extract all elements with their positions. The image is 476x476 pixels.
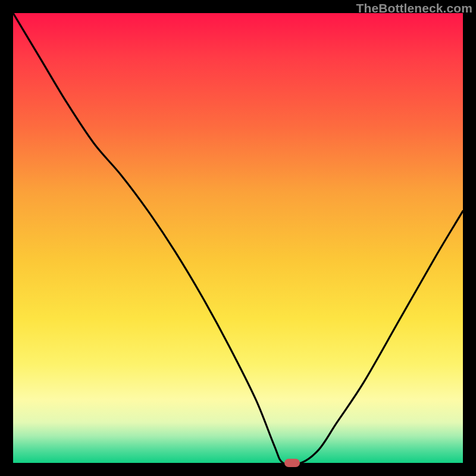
chart-frame: TheBottleneck.com [0, 0, 476, 476]
bottleneck-curve [13, 13, 463, 463]
watermark-text: TheBottleneck.com [356, 1, 472, 15]
optimal-marker [284, 459, 300, 467]
plot-area [13, 13, 463, 463]
